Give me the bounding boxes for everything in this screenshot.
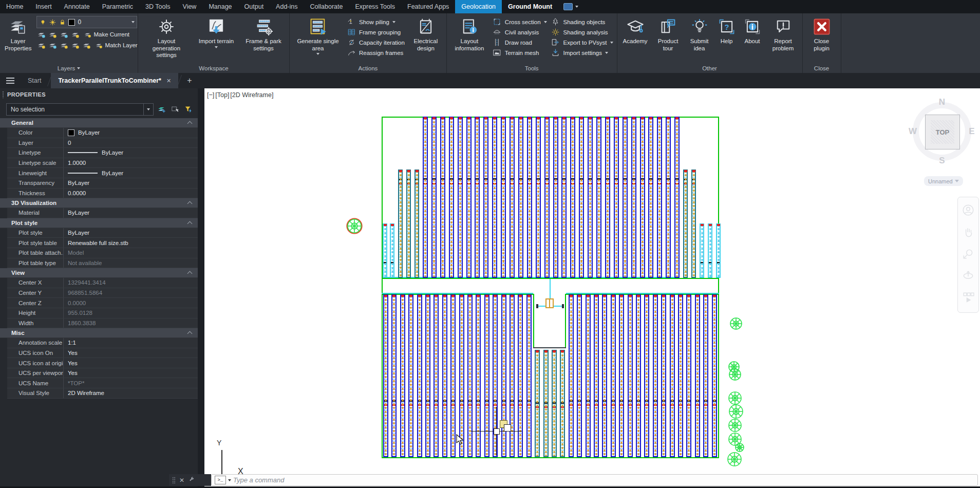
tracker-row[interactable] [466, 117, 472, 278]
panel-label-close[interactable]: Close [803, 63, 841, 73]
tracker-row[interactable] [561, 117, 567, 278]
tracker-row[interactable] [398, 170, 403, 278]
viewport-minimize-control[interactable]: [−] [207, 91, 214, 99]
tree-symbol[interactable] [346, 218, 363, 234]
tracker-row[interactable] [695, 294, 700, 457]
tracker-row[interactable] [579, 117, 584, 278]
tracker-row[interactable] [623, 117, 628, 278]
tracker-row[interactable] [406, 170, 411, 278]
tracker-row[interactable] [577, 294, 582, 457]
tracker-row[interactable] [501, 294, 506, 457]
tracker-row[interactable] [683, 170, 688, 278]
tree-symbol[interactable] [728, 367, 742, 382]
property-value[interactable]: *TOP* [64, 378, 198, 388]
property-value[interactable]: ByLayer [64, 128, 198, 138]
panel-label-workspace[interactable]: Workspace [138, 63, 289, 73]
property-value[interactable]: 0 [64, 138, 198, 148]
ribbon-tab-ground-mount[interactable]: Ground Mount [502, 0, 558, 13]
tracker-row[interactable] [492, 117, 497, 278]
tracker-row[interactable] [527, 117, 532, 278]
tracker-row[interactable] [670, 294, 675, 457]
tracker-row[interactable] [611, 294, 616, 457]
selection-dropdown[interactable]: No selection [6, 103, 154, 116]
tracker-row[interactable] [408, 294, 413, 457]
about-button[interactable]: About [741, 16, 764, 46]
tracker-row[interactable] [475, 117, 480, 278]
property-value[interactable]: ByLayer [64, 168, 198, 178]
tracker-row[interactable] [691, 170, 696, 278]
tracker-row[interactable] [501, 117, 506, 278]
layer-properties-button[interactable]: Layer Properties [4, 16, 32, 52]
layer-tool-icon-5[interactable] [36, 41, 46, 50]
viewport-view-control[interactable]: [Top] [215, 91, 229, 99]
section-header-misc[interactable]: Misc [0, 328, 198, 338]
layer-tool-icon-1[interactable] [36, 30, 46, 39]
tracker-row[interactable] [686, 294, 691, 457]
tracker-row[interactable] [476, 294, 481, 457]
tracker-row[interactable] [661, 294, 666, 457]
tracker-row[interactable] [552, 350, 557, 457]
tracker-row[interactable] [440, 117, 445, 278]
property-value[interactable]: 0.0000 [64, 189, 198, 198]
tracker-row[interactable] [619, 294, 624, 457]
viewcube-north[interactable]: N [939, 97, 945, 107]
tracker-row[interactable] [553, 117, 558, 278]
property-value[interactable]: 955.0128 [64, 308, 198, 318]
section-header-view[interactable]: View [0, 268, 198, 278]
layer-tool-icon-2[interactable] [48, 30, 58, 39]
dropdown-caret-icon[interactable] [143, 104, 153, 115]
tracker-row[interactable] [535, 350, 540, 457]
tracker-row[interactable] [425, 294, 430, 457]
layer-tool-icon-8[interactable] [70, 41, 80, 50]
tree-symbol[interactable] [727, 418, 743, 433]
ribbon-tab-output[interactable]: Output [238, 0, 270, 13]
tracker-row[interactable] [450, 294, 456, 457]
panel-label-layers[interactable]: Layers [0, 63, 138, 73]
panel-label-tools[interactable]: Tools [447, 63, 617, 73]
navwheel-icon[interactable] [962, 204, 974, 218]
section-header-3d-visualization[interactable]: 3D Visualization [0, 198, 198, 208]
match-layer-button[interactable]: Match Layer [95, 41, 137, 50]
layer-tool-icon-7[interactable] [59, 41, 69, 50]
tracker-row[interactable] [640, 117, 645, 278]
academy-button[interactable]: Academy [621, 16, 650, 46]
ribbon-tab-parametric[interactable]: Parametric [96, 0, 139, 13]
viewcube-east[interactable]: E [969, 126, 974, 137]
ribbon-tab-featured-apps[interactable]: Featured Apps [401, 0, 455, 13]
tracker-row[interactable] [644, 294, 649, 457]
tree-symbol[interactable] [726, 451, 743, 467]
ribbon-tab-manage[interactable]: Manage [202, 0, 238, 13]
frame-park-settings-button[interactable]: Frame & park settings [241, 16, 286, 52]
ribbon-tab-insert[interactable]: Insert [29, 0, 58, 13]
property-value[interactable]: 968851.5864 [64, 288, 198, 298]
tracker-row[interactable] [614, 117, 619, 278]
tracker-row[interactable] [526, 294, 532, 457]
showmotion-icon[interactable] [962, 291, 974, 306]
property-value[interactable]: 1.0000 [64, 158, 198, 168]
tracker-row[interactable] [417, 294, 422, 457]
viewcube-west[interactable]: W [909, 126, 917, 137]
tracker-row[interactable] [442, 294, 447, 457]
ribbon-tab-annotate[interactable]: Annotate [58, 0, 96, 13]
ribbon-tab-view[interactable]: View [177, 0, 203, 13]
tracker-row[interactable] [700, 223, 704, 278]
tracker-row[interactable] [484, 294, 489, 457]
capacity-iteration-button[interactable]: Capacity iteration [347, 37, 405, 47]
tracker-row[interactable] [518, 294, 523, 457]
property-value[interactable]: Yes [64, 358, 198, 368]
tracker-row[interactable] [570, 117, 575, 278]
layer-tool-icon-3[interactable] [59, 30, 69, 39]
panel-label-actions[interactable]: Actions [290, 63, 446, 73]
tracker-row[interactable] [434, 294, 439, 457]
report-problem-button[interactable]: Report problem [768, 16, 799, 52]
export-to-pvsyst-button[interactable]: Export to PVsyst [551, 37, 613, 47]
tracker-row[interactable] [400, 294, 405, 457]
tracker-row[interactable] [708, 223, 712, 278]
tracker-row[interactable] [716, 223, 721, 278]
tracker-row[interactable] [569, 294, 574, 457]
ribbon-tab-express-tools[interactable]: Express Tools [349, 0, 401, 13]
tracker-row[interactable] [459, 294, 464, 457]
tracker-row[interactable] [628, 294, 633, 457]
properties-title[interactable]: PROPERTIES [0, 88, 198, 101]
property-value[interactable]: Model [64, 248, 198, 258]
